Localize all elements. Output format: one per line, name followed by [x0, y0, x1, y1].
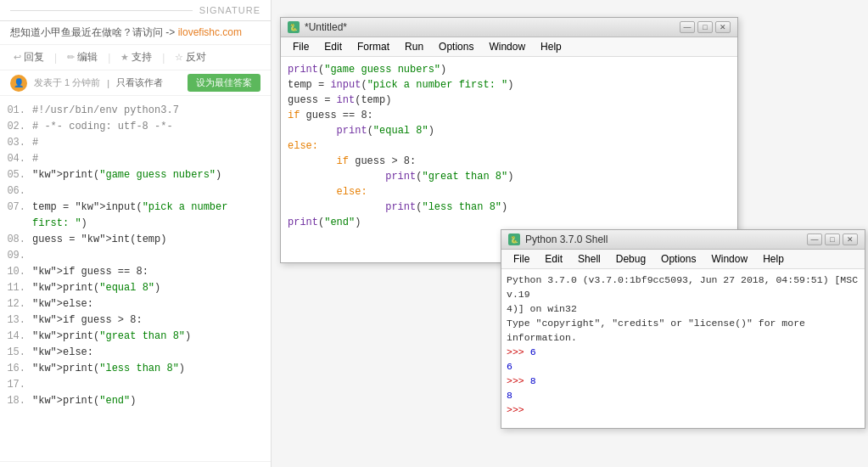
- shell-menu-edit[interactable]: Edit: [538, 251, 569, 267]
- idle-code-area[interactable]: print("game guess nubers") temp = input(…: [281, 57, 737, 255]
- code-line-10: 10."kw">if guess == 8:: [0, 264, 271, 280]
- code-line-16: 16. "kw">print("less than 8"): [0, 361, 271, 377]
- promo-text: 想知道小甲鱼最近在做啥？请访问 -> ilovefishc.com: [10, 26, 242, 38]
- idle-titlebar: 🐍 *Untitled* — □ ✕: [281, 18, 737, 37]
- code-line-1: 01.#!/usr/bin/env python3.7: [0, 103, 271, 119]
- shell-menu-file[interactable]: File: [507, 251, 536, 267]
- code-line-11: print("end"): [288, 215, 731, 230]
- code-line-2: 02.# -*- coding: utf-8 -*-: [0, 119, 271, 135]
- line-content: "kw">print("less than 8"): [32, 361, 185, 377]
- oppose-action[interactable]: ☆ 反对: [171, 48, 210, 66]
- edit-action[interactable]: ✏ 编辑: [64, 48, 101, 66]
- code-line-4: 04.#: [0, 151, 271, 167]
- line-number: 13.: [7, 312, 32, 329]
- copy-code-button[interactable]: 复制代码: [0, 461, 271, 467]
- line-number: 16.: [7, 361, 32, 377]
- code-line-6: 06.: [0, 183, 271, 200]
- line-content: "kw">print("great than 8"): [32, 329, 191, 345]
- line-content: #!/usr/bin/env python3.7: [32, 103, 179, 119]
- signature-bar: SIGNATURE: [0, 0, 271, 21]
- shell-output[interactable]: Python 3.7.0 (v3.7.0:1bf9cc5093, Jun 27 …: [501, 269, 865, 420]
- post-time: 发表于 1 分钟前: [34, 76, 100, 89]
- line-number: 14.: [7, 329, 32, 345]
- code-line-5: 05."kw">print("game guess nubers"): [0, 167, 271, 183]
- idle-menu-help[interactable]: Help: [534, 39, 568, 54]
- signature-label: SIGNATURE: [199, 5, 260, 15]
- idle-menu-format[interactable]: Format: [350, 39, 396, 54]
- line-number: 09.: [7, 248, 32, 264]
- code-line-9: else:: [288, 184, 731, 200]
- code-line-15: 15. "kw">else:: [0, 345, 271, 361]
- code-line-4: if guess == 8:: [288, 108, 731, 123]
- line-content: #: [32, 135, 38, 151]
- line-number: 01.: [7, 103, 32, 119]
- line-number: 15.: [7, 345, 32, 361]
- attach-icon: ★: [120, 52, 129, 63]
- line-content: "kw">if guess > 8:: [32, 312, 143, 329]
- line-number: 03.: [7, 135, 32, 151]
- promo-link[interactable]: ilovefishc.com: [178, 26, 242, 38]
- code-panel: 01.#!/usr/bin/env python3.702.# -*- codi…: [0, 96, 271, 461]
- line-content: "kw">else:: [32, 296, 93, 312]
- code-line-18: 18."kw">print("end"): [0, 393, 271, 409]
- idle-menu-options[interactable]: Options: [432, 39, 480, 54]
- line-number: 05.: [7, 167, 32, 183]
- shell-window-controls: — □ ✕: [807, 234, 858, 245]
- attach-action[interactable]: ★ 支持: [117, 48, 155, 66]
- reply-action[interactable]: ↩ 回复: [10, 48, 48, 66]
- idle-maximize-btn[interactable]: □: [697, 21, 713, 33]
- shell-menubar: File Edit Shell Debug Options Window Hel…: [501, 250, 865, 269]
- shell-title-icon: 🐍: [508, 234, 520, 245]
- view-author[interactable]: 只看该作者: [116, 76, 163, 89]
- code-line-13: 13. "kw">if guess > 8:: [0, 312, 271, 329]
- action-bar: ↩ 回复 | ✏ 编辑 | ★ 支持 | ☆ 反对: [0, 45, 271, 70]
- shell-menu-window[interactable]: Window: [704, 251, 754, 267]
- shell-window: 🐍 Python 3.7.0 Shell — □ ✕ File Edit She…: [501, 229, 865, 429]
- idle-close-btn[interactable]: ✕: [715, 21, 731, 33]
- line-content: "kw">print("equal 8"): [32, 280, 160, 296]
- shell-maximize-btn[interactable]: □: [825, 234, 840, 245]
- shell-menu-options[interactable]: Options: [654, 251, 703, 267]
- code-line-8: print("great than 8"): [288, 169, 731, 184]
- idle-menu-run[interactable]: Run: [398, 39, 430, 54]
- line-number: 17.: [7, 377, 32, 393]
- shell-titlebar: 🐍 Python 3.7.0 Shell — □ ✕: [501, 230, 865, 250]
- idle-menu-window[interactable]: Window: [482, 39, 532, 54]
- best-answer-button[interactable]: 设为最佳答案: [188, 74, 260, 92]
- shell-menu-help[interactable]: Help: [756, 251, 791, 267]
- line-number: 11.: [7, 280, 32, 296]
- idle-menu-edit[interactable]: Edit: [317, 39, 349, 54]
- line-number: 12.: [7, 296, 32, 312]
- line-content: #: [32, 151, 38, 167]
- line-number: 06.: [7, 183, 32, 200]
- shell-line-7: 8: [507, 388, 860, 402]
- code-line-8: 08.guess = "kw">int(temp): [0, 232, 271, 248]
- shell-menu-debug[interactable]: Debug: [609, 251, 652, 267]
- oppose-label: 反对: [186, 50, 206, 65]
- idle-title-text: *Untitled*: [305, 21, 680, 33]
- left-panel: SIGNATURE 想知道小甲鱼最近在做啥？请访问 -> ilovefishc.…: [0, 0, 272, 467]
- shell-title-text: Python 3.7.0 Shell: [525, 234, 807, 245]
- code-line-1: print("game guess nubers"): [288, 62, 731, 77]
- idle-menu-file[interactable]: File: [286, 39, 316, 54]
- shell-menu-shell[interactable]: Shell: [571, 251, 608, 267]
- line-content: "kw">print("game guess nubers"): [32, 167, 221, 183]
- reply-label: 回复: [24, 50, 44, 65]
- code-line-6: else:: [288, 138, 731, 154]
- shell-line-8: >>>: [507, 402, 860, 417]
- sep1: |: [54, 52, 57, 64]
- shell-line-5: 6: [507, 359, 860, 374]
- code-line-5: print("equal 8"): [288, 123, 731, 138]
- idle-minimize-btn[interactable]: —: [680, 21, 695, 33]
- code-line-9: 09.: [0, 248, 271, 264]
- meta-bar: 👤 发表于 1 分钟前 | 只看该作者 设为最佳答案: [0, 70, 271, 96]
- line-number: 10.: [7, 264, 32, 280]
- code-line-7: 07.temp = "kw">input("pick a number firs…: [0, 200, 271, 232]
- shell-close-btn[interactable]: ✕: [843, 234, 858, 245]
- promo-bar: 想知道小甲鱼最近在做啥？请访问 -> ilovefishc.com: [0, 21, 271, 45]
- shell-line-6: >>> 8: [507, 374, 860, 388]
- sep3: |: [162, 52, 165, 64]
- shell-minimize-btn[interactable]: —: [807, 234, 822, 245]
- code-line-12: 12."kw">else:: [0, 296, 271, 312]
- line-content: guess = "kw">int(temp): [32, 232, 166, 248]
